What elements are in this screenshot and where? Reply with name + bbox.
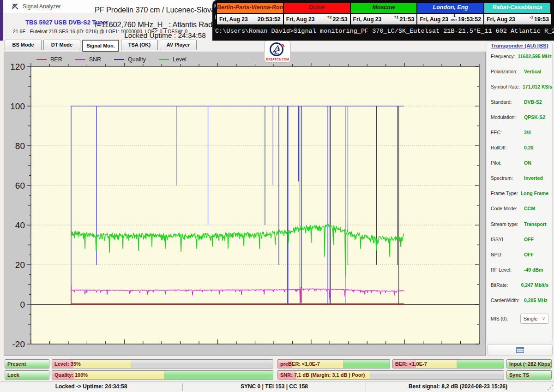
legend-label: Quality — [128, 56, 146, 63]
chevron-down-icon: ∨ — [542, 316, 545, 321]
tab-av-player[interactable]: AV Player — [160, 40, 197, 50]
tab-bs-mode[interactable]: BS Mode — [5, 40, 42, 50]
svg-text:0: 0 — [20, 300, 25, 309]
tab-tsa-ok[interactable]: TSA (OK) — [121, 40, 158, 50]
transponder-panel: Transponder (AU) [BS] Frequency:11602,59… — [487, 42, 553, 342]
clock-time-rabat-casablanca: Fri, Aug 23-119:53 — [484, 13, 551, 24]
mis-dropdown[interactable]: Single ∨ — [520, 314, 548, 324]
param-rf-level: RF Level:-49 dBm — [491, 262, 548, 277]
param-label: Stream type: — [491, 221, 521, 227]
mis-label: MIS (0): — [491, 316, 518, 321]
legend-label: SNR — [89, 56, 101, 63]
clock-value: 21:53 — [399, 16, 414, 23]
transponder-panel-title: Transponder (AU) [BS] — [491, 43, 548, 48]
tab-dt-mode[interactable]: DT Mode — [43, 40, 80, 50]
param-carrierwidth: CarrierWidth:0,205 MHz — [491, 293, 548, 308]
param-label: Code Mode: — [491, 206, 521, 211]
param-stream-type: Stream type:Transport — [491, 216, 548, 232]
utc-offset: -1DST — [451, 14, 457, 21]
param-label: Frequency: — [491, 53, 515, 59]
legend-level: Level — [159, 56, 187, 63]
clock-city-berlin-paris-vienna-roma: Berlin-Paris-Vienna-Roma — [217, 3, 284, 13]
mis-value: Single — [524, 316, 538, 321]
window-left-border — [0, 0, 3, 41]
window-title: Signal Analyzer — [23, 3, 61, 10]
param-value: OFF — [524, 237, 534, 242]
transponder-rows: Frequency:11602,595 MHzPolarization:Vert… — [491, 48, 548, 308]
legend-snr: SNR — [75, 56, 101, 63]
param-value: ON — [524, 160, 531, 166]
param-rolloff: RollOff:0.20 — [491, 140, 548, 155]
clock-city-moscow: Moscow — [351, 3, 418, 13]
param-value: Long Frame — [521, 190, 548, 196]
utc-offset: -1 — [530, 15, 533, 19]
terminal-window[interactable]: M ( Berlin-Paris-Vienna-RomaDubaiMoscowL… — [212, 0, 554, 41]
param-label: CarrierWidth: — [491, 297, 521, 303]
param-npd: NPD:OFF — [491, 247, 548, 262]
param-label: BitRate: — [491, 282, 518, 288]
clock-date: Fri, Aug 23 — [353, 16, 382, 23]
indicator-quality: Quality: 100% — [52, 370, 273, 380]
legend-line-sample — [36, 59, 47, 60]
param-value: Transport — [524, 221, 546, 227]
svg-text:-20: -20 — [12, 339, 25, 349]
svg-text:60: 60 — [15, 181, 25, 190]
record-list-icon — [516, 347, 524, 353]
clock-value: 19:53:52 — [458, 16, 481, 23]
tab-signal-mon[interactable]: Signal Mon. — [82, 40, 119, 52]
satellite-dish-icon — [269, 42, 286, 57]
clock-time-dubai: Fri, Aug 23+222:53 — [284, 13, 351, 24]
signal-analyzer-window: Signal Analyzer TBS 5927 USB DVB-S2 Tune… — [0, 0, 554, 392]
param-label: Modulation: — [491, 114, 521, 120]
param-frame-type: Frame Type:Long Frame — [491, 186, 548, 201]
utc-offset: +1 — [394, 15, 398, 19]
indicator-snr: SNR: 7,1 dB (Margin: 3,1 dB | Poor) — [277, 370, 504, 380]
param-label: Spectrum: — [491, 175, 521, 181]
svg-text:120: 120 — [10, 62, 25, 71]
clock-time-berlin-paris-vienna-roma: Fri, Aug 2320:53:52 — [217, 13, 284, 24]
clock-date: Fri, Aug 23 — [420, 16, 448, 23]
clock-date: Fri, Aug 23 — [286, 16, 315, 23]
resize-grip[interactable]: ⋰ — [547, 384, 553, 391]
param-value: Inverted — [524, 175, 543, 181]
app-icon — [12, 3, 19, 10]
status-sync: SYNC 0 | TEI 153 | CC 158 — [183, 383, 366, 390]
chart-canvas: -20020406080100120 — [4, 52, 485, 356]
param-code-mode: Code Mode:CCM — [491, 201, 548, 216]
param-modulation: Modulation:QPSK-S2 — [491, 109, 548, 125]
uptime-title: Locked Uptime : 24:34:58 — [115, 31, 215, 40]
legend-label: BER — [50, 56, 62, 63]
param-label: Pilot: — [491, 160, 521, 166]
mis-row: MIS (0): Single ∨ — [491, 314, 548, 324]
panel-action-button[interactable] — [488, 344, 553, 356]
clock-value: 19:53 — [534, 16, 549, 23]
param-label: Frame Type: — [491, 190, 518, 196]
param-label: RF Level: — [491, 267, 521, 273]
indicator-sync-ts: Sync TS — [506, 370, 552, 380]
chart-legend: BERSNRQualityLevel — [36, 54, 187, 65]
param-issyi: ISSYIOFF — [491, 232, 548, 247]
param-value: Vertical — [524, 69, 541, 74]
param-label: NPD: — [491, 252, 521, 257]
param-bitrate: BitRate:0,247 Mbit/s — [491, 277, 548, 292]
indicator-ber: BER: <1.0E-7 — [392, 359, 504, 368]
logo-text: DXSATCS.COM — [266, 58, 289, 61]
param-label: ISSYI — [491, 237, 521, 242]
utc-offset: +2 — [327, 15, 331, 19]
indicator-present: Present — [5, 359, 49, 368]
clock-city-london-eng: London, Eng — [417, 3, 484, 13]
param-pilot: Pilot:ON — [491, 155, 548, 171]
dxsatcs-logo: DXSATCS.COM — [264, 40, 291, 63]
param-value: 11602,595 MHz — [518, 53, 552, 59]
param-value: -49 dBm — [524, 267, 543, 273]
clock-date: Fri, Aug 23 — [219, 16, 248, 23]
terminal-command: C:\Users\Roman Dávid>Signal monitoring_P… — [215, 28, 554, 35]
param-label: Standard: — [491, 99, 521, 105]
param-polarization: Polarization:Vertical — [491, 64, 548, 79]
indicator-level: Level: 35% — [52, 359, 273, 368]
site-title: PF Prodelin 370 cm / Lucenec-Slovakia — [95, 6, 215, 14]
param-value: OFF — [524, 252, 534, 257]
param-frequency: Frequency:11602,595 MHz — [491, 48, 548, 64]
clock-time-london-eng: Fri, Aug 23-1DST19:53:52 — [417, 13, 484, 24]
clock-city-rabat-casablanca: Rabat-Casablanca — [484, 3, 551, 13]
